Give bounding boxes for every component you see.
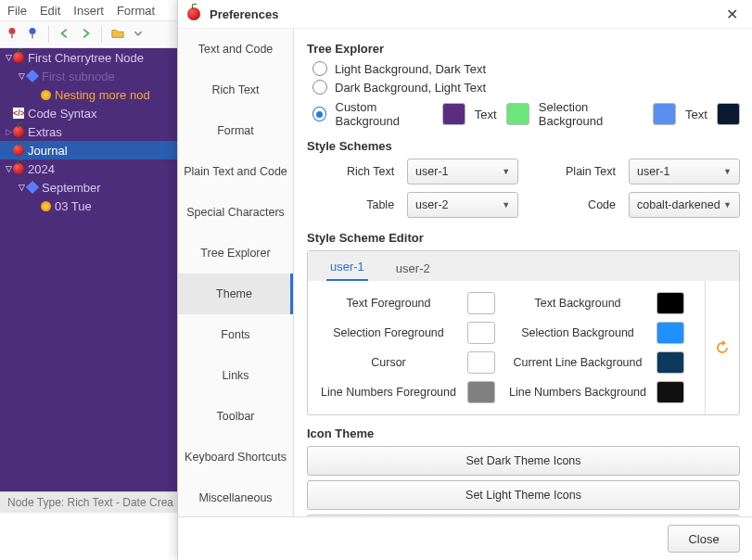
category-toolbar[interactable]: Toolbar bbox=[178, 396, 293, 437]
category-rich-text[interactable]: Rich Text bbox=[178, 70, 293, 110]
tree-node[interactable]: ▽September bbox=[0, 178, 177, 197]
pin-blue-icon[interactable] bbox=[26, 27, 39, 43]
style-scheme-editor: user-1 user-2 Text Foreground Text Backg… bbox=[307, 250, 740, 415]
category-plain-text-and-code[interactable]: Plain Text and Code bbox=[178, 151, 293, 192]
selection-bg-swatch[interactable] bbox=[653, 103, 676, 125]
tree-node[interactable]: 03 Tue bbox=[0, 197, 177, 215]
tree-node[interactable]: ▽First subnode bbox=[0, 67, 177, 85]
category-special-characters[interactable]: Special Characters bbox=[178, 192, 293, 233]
radio-dark-bg[interactable]: Dark Background, Light Text bbox=[312, 80, 740, 95]
code-dropdown[interactable]: cobalt-darkened▼ bbox=[629, 192, 740, 218]
chevron-down-icon: ▼ bbox=[723, 167, 732, 176]
selection-bg-label: Selection Background bbox=[539, 100, 644, 128]
radio-custom-bg[interactable] bbox=[312, 107, 326, 121]
radio-icon bbox=[312, 80, 327, 95]
selection-text-swatch[interactable] bbox=[717, 103, 740, 125]
menu-insert[interactable]: Insert bbox=[73, 4, 104, 18]
ln-fg-label: Line Numbers Foreground bbox=[319, 386, 458, 399]
tab-user-1[interactable]: user-1 bbox=[326, 254, 368, 281]
svg-point-0 bbox=[9, 27, 16, 33]
folder-icon[interactable] bbox=[111, 27, 124, 43]
table-dropdown[interactable]: user-2▼ bbox=[407, 192, 518, 218]
code-icon: </> bbox=[13, 108, 24, 119]
category-fonts[interactable]: Fonts bbox=[178, 314, 293, 355]
cherry-icon bbox=[13, 163, 24, 174]
reset-button[interactable] bbox=[705, 281, 739, 414]
category-miscellaneous[interactable]: Miscellaneous bbox=[178, 477, 293, 516]
code-label: Code bbox=[531, 198, 616, 211]
rich-text-dropdown[interactable]: user-1▼ bbox=[407, 159, 518, 185]
tree-node[interactable]: Nesting more nod bbox=[0, 85, 177, 104]
category-format[interactable]: Format bbox=[178, 110, 293, 151]
settings-pane: Tree Explorer Light Background, Dark Tex… bbox=[294, 29, 752, 516]
curline-bg-swatch[interactable] bbox=[656, 351, 684, 374]
tree-node[interactable]: </>Code Syntax bbox=[0, 104, 177, 122]
plain-text-label: Plain Text bbox=[531, 165, 616, 178]
category-theme[interactable]: Theme bbox=[178, 274, 293, 314]
text-label: Text bbox=[475, 108, 497, 121]
cherry-icon bbox=[13, 52, 24, 63]
diamond-icon bbox=[26, 70, 39, 83]
undo-icon bbox=[715, 340, 730, 355]
cursor-swatch[interactable] bbox=[467, 351, 495, 374]
tab-user-2[interactable]: user-2 bbox=[392, 256, 434, 281]
text-bg-label: Text Background bbox=[508, 297, 647, 310]
ln-bg-label: Line Numbers Background bbox=[508, 386, 647, 399]
chevron-down-icon: ▼ bbox=[502, 167, 510, 176]
cherry-icon bbox=[187, 7, 200, 20]
custom-text-swatch[interactable] bbox=[506, 103, 529, 125]
close-button[interactable]: Close bbox=[668, 525, 740, 553]
custom-bg-label: Custom Background bbox=[336, 100, 433, 128]
dialog-footer: Close bbox=[178, 516, 752, 560]
sel-bg-label: Selection Background bbox=[508, 326, 647, 339]
category-list: Text and Code Rich Text Format Plain Tex… bbox=[178, 29, 294, 516]
tree-node[interactable]: ▷Extras bbox=[0, 122, 177, 141]
svg-rect-1 bbox=[11, 33, 13, 38]
separator bbox=[101, 26, 102, 43]
close-icon[interactable]: ✕ bbox=[720, 4, 744, 25]
dropdown-icon[interactable] bbox=[132, 27, 145, 43]
forward-icon[interactable] bbox=[79, 27, 92, 43]
text-fg-label: Text Foreground bbox=[319, 297, 458, 310]
radio-light-bg[interactable]: Light Background, Dark Text bbox=[312, 61, 740, 76]
category-keyboard-shortcuts[interactable]: Keyboard Shortcuts bbox=[178, 437, 293, 477]
set-light-icons-button[interactable]: Set Light Theme Icons bbox=[307, 480, 740, 510]
curline-bg-label: Current Line Background bbox=[508, 356, 647, 369]
tree-node[interactable]: ▽2024 bbox=[0, 159, 177, 178]
cherry-icon bbox=[13, 145, 24, 156]
menu-edit[interactable]: Edit bbox=[40, 4, 60, 18]
tree-panel: ▽First Cherrytree Node ▽First subnode Ne… bbox=[0, 48, 177, 491]
statusbar: Node Type: Rich Text - Date Crea bbox=[0, 491, 192, 513]
pin-red-icon[interactable] bbox=[6, 27, 19, 43]
back-icon[interactable] bbox=[58, 27, 71, 43]
category-text-and-code[interactable]: Text and Code bbox=[178, 29, 293, 70]
ln-bg-swatch[interactable] bbox=[656, 381, 684, 403]
sun-icon bbox=[41, 201, 51, 211]
rich-text-label: Rich Text bbox=[312, 165, 394, 178]
sel-bg-swatch[interactable] bbox=[656, 322, 684, 344]
menu-format[interactable]: Format bbox=[117, 4, 155, 18]
dialog-titlebar: Preferences ✕ bbox=[178, 0, 752, 29]
text-bg-swatch[interactable] bbox=[656, 292, 684, 314]
cursor-label: Cursor bbox=[319, 356, 458, 369]
chevron-down-icon: ▼ bbox=[502, 200, 510, 210]
custom-bg-swatch[interactable] bbox=[442, 103, 465, 125]
style-scheme-editor-heading: Style Scheme Editor bbox=[307, 231, 740, 245]
ln-fg-swatch[interactable] bbox=[467, 381, 495, 403]
table-label: Table bbox=[312, 198, 394, 211]
menu-file[interactable]: File bbox=[7, 4, 27, 18]
separator bbox=[48, 26, 49, 43]
tree-node-selected[interactable]: Journal bbox=[0, 141, 177, 159]
selection-text-label: Text bbox=[685, 108, 707, 121]
svg-point-2 bbox=[30, 27, 36, 33]
category-tree-explorer[interactable]: Tree Explorer bbox=[178, 233, 293, 274]
category-links[interactable]: Links bbox=[178, 355, 293, 396]
sun-icon bbox=[41, 90, 51, 100]
radio-icon bbox=[312, 61, 327, 76]
tree-node[interactable]: ▽First Cherrytree Node bbox=[0, 48, 177, 67]
sel-fg-swatch[interactable] bbox=[467, 322, 495, 344]
plain-text-dropdown[interactable]: user-1▼ bbox=[629, 159, 740, 185]
set-dark-icons-button[interactable]: Set Dark Theme Icons bbox=[307, 446, 740, 476]
sel-fg-label: Selection Foreground bbox=[319, 326, 458, 339]
text-fg-swatch[interactable] bbox=[467, 292, 495, 314]
